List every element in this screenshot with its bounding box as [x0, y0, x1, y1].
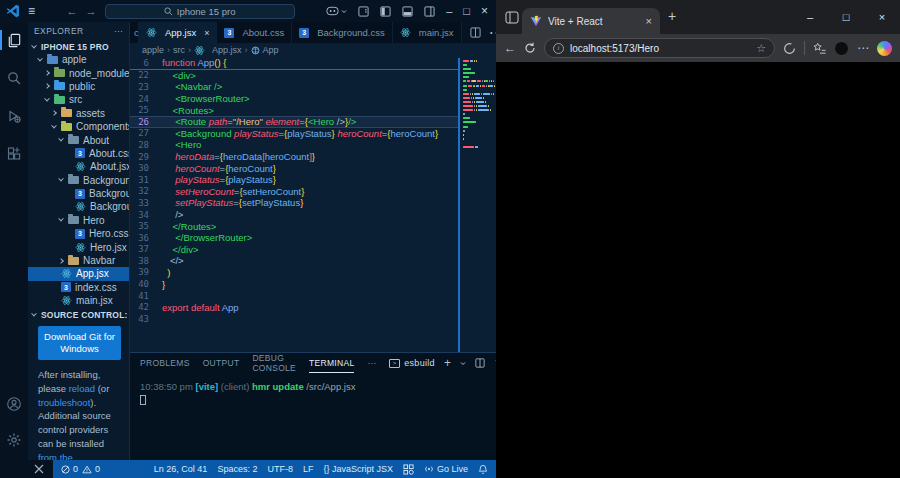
terminal-instance-esbuild[interactable]: >esbuild: [389, 358, 435, 368]
browser-essentials-icon[interactable]: [783, 42, 796, 55]
browser-maximize-button[interactable]: □: [828, 0, 864, 34]
error-icon: [61, 465, 70, 474]
breadcrumb-item-app[interactable]: App: [263, 45, 279, 55]
panel-more-icon[interactable]: ⋯: [367, 358, 376, 368]
tree-item-about[interactable]: About: [28, 133, 129, 146]
breadcrumb-item-app-jsx[interactable]: App.jsx: [212, 45, 242, 55]
split-editor-icon[interactable]: [470, 27, 481, 38]
tree-item-navbar[interactable]: Navbar: [28, 254, 129, 267]
copilot-menu-icon[interactable]: [326, 6, 347, 16]
errors-indicator[interactable]: 0: [61, 464, 78, 474]
tab-terminal[interactable]: TERMINAL: [309, 353, 354, 373]
breadcrumb-item-apple[interactable]: apple: [142, 45, 164, 55]
new-terminal-icon[interactable]: +: [444, 356, 451, 370]
language-mode[interactable]: {} JavaScript JSX: [323, 464, 393, 474]
minimize-button[interactable]: –: [446, 6, 452, 17]
forward-icon[interactable]: →: [86, 5, 97, 17]
menu-icon[interactable]: ≡: [28, 5, 35, 17]
tree-item-hero-jsx[interactable]: Hero.jsx: [28, 240, 129, 253]
profile-avatar[interactable]: [834, 41, 849, 56]
split-terminal-icon[interactable]: [475, 358, 485, 368]
tab-debug-console[interactable]: DEBUG CONSOLE: [252, 353, 296, 373]
address-bar[interactable]: i localhost:5173/Hero ☆: [544, 38, 775, 58]
breadcrumb-item-src[interactable]: src: [173, 45, 185, 55]
tree-item-background[interactable]: 3Background...: [28, 187, 129, 200]
favorite-star-icon[interactable]: ☆: [756, 42, 766, 55]
run-debug-icon[interactable]: [2, 104, 26, 128]
tab-close-icon[interactable]: ×: [204, 28, 209, 38]
breadcrumb[interactable]: apple›src›App.jsx›App: [130, 43, 496, 57]
tree-item-background[interactable]: Background: [28, 174, 129, 187]
browser-tab[interactable]: Vite + React ×: [522, 8, 660, 34]
close-button[interactable]: ×: [481, 5, 488, 17]
settings-gear-icon[interactable]: [2, 428, 26, 452]
editor-tab-main-jsx[interactable]: main.jsx: [393, 22, 462, 43]
go-live-button[interactable]: Go Live: [424, 464, 468, 474]
tree-item-public[interactable]: public: [28, 80, 129, 93]
eol[interactable]: LF: [303, 464, 314, 474]
tree-item-src[interactable]: src: [28, 93, 129, 106]
browser-refresh-icon[interactable]: [524, 42, 536, 54]
tree-item-about-css[interactable]: 3About.css: [28, 147, 129, 160]
tree-item-node-modules[interactable]: node_modules: [28, 66, 129, 79]
tab-problems[interactable]: PROBLEMS: [140, 353, 190, 373]
editor-tab-about-css[interactable]: 3About.css: [217, 22, 292, 43]
tree-item-app-jsx[interactable]: App.jsx: [28, 267, 129, 280]
tree-item-assets[interactable]: assets: [28, 107, 129, 120]
source-control-section[interactable]: SOURCE CONTROL: CHAN...: [28, 308, 129, 321]
customize-layout-icon[interactable]: [358, 6, 369, 17]
terminal-dropdown-icon[interactable]: [460, 361, 466, 366]
explorer-icon[interactable]: [2, 28, 26, 52]
indentation[interactable]: Spaces: 2: [217, 464, 257, 474]
download-git-button[interactable]: Download Git for Windows: [38, 326, 121, 360]
tree-item-apple[interactable]: apple: [28, 53, 129, 66]
tree-item-components[interactable]: Components: [28, 120, 129, 133]
tree-item-main-jsx[interactable]: main.jsx: [28, 294, 129, 307]
scm-link-reload[interactable]: reload: [69, 383, 95, 394]
tree-item-hero[interactable]: Hero: [28, 214, 129, 227]
browser-back-icon[interactable]: ←: [504, 42, 516, 54]
notifications-bell-icon[interactable]: [478, 464, 488, 475]
minimap[interactable]: [458, 58, 496, 352]
tree-item-background[interactable]: Background...: [28, 200, 129, 213]
tree-item-hero-css[interactable]: 3Hero.css: [28, 227, 129, 240]
editor-tab-app-jsx[interactable]: App.jsx×: [139, 22, 217, 43]
toggle-panel-icon[interactable]: [402, 6, 413, 17]
toggle-secondary-sidebar-icon[interactable]: [424, 6, 435, 17]
workspaces-icon[interactable]: [505, 11, 519, 24]
command-search-box[interactable]: Iphone 15 pro: [105, 4, 295, 19]
page-content[interactable]: [496, 62, 900, 478]
tree-item-index-css[interactable]: 3index.css: [28, 281, 129, 294]
favorites-list-icon[interactable]: [813, 42, 826, 55]
tab-output[interactable]: OUTPUT: [203, 353, 240, 373]
extensions-icon[interactable]: [2, 142, 26, 166]
back-icon[interactable]: ←: [67, 5, 78, 17]
ports-grid-icon[interactable]: [403, 464, 414, 475]
scm-link-from-the-marketplace[interactable]: from the Marketplace: [38, 452, 90, 460]
cursor-position[interactable]: Ln 26, Col 41: [154, 464, 208, 474]
remote-indicator-icon[interactable]: [34, 464, 44, 474]
url-text[interactable]: localhost:5173/Hero: [570, 43, 750, 54]
maximize-button[interactable]: □: [463, 6, 470, 17]
site-info-icon[interactable]: i: [553, 43, 564, 54]
toggle-primary-sidebar-icon[interactable]: [380, 6, 391, 17]
search-sidebar-icon[interactable]: [2, 66, 26, 90]
copilot-icon[interactable]: [877, 41, 892, 56]
workspace-root[interactable]: IPHONE 15 PRO: [28, 40, 129, 53]
editor-more-icon[interactable]: ⋯: [489, 23, 496, 42]
browser-settings-more-icon[interactable]: ⋯: [857, 42, 869, 54]
scm-link-troubleshoot[interactable]: troubleshoot: [38, 397, 90, 408]
explorer-more-icon[interactable]: ⋯: [114, 26, 123, 36]
tree-item-about-jsx[interactable]: About.jsx: [28, 160, 129, 173]
editor-tab-css[interactable]: css: [130, 22, 139, 43]
new-tab-icon[interactable]: +: [668, 9, 676, 23]
browser-close-button[interactable]: ×: [864, 0, 900, 34]
tab-close-icon[interactable]: ×: [646, 16, 652, 27]
editor-tab-background-css[interactable]: 3Background.css: [292, 22, 393, 43]
terminal-output[interactable]: 10:38:50 pm [vite] (client) hmr update /…: [130, 373, 496, 409]
code-editor[interactable]: 6function App() { 22 <div>23 <Navbar />2…: [130, 57, 496, 352]
account-icon[interactable]: [2, 392, 26, 416]
warnings-indicator[interactable]: 0: [82, 464, 100, 474]
encoding[interactable]: UTF-8: [267, 464, 293, 474]
browser-minimize-button[interactable]: –: [792, 0, 828, 34]
